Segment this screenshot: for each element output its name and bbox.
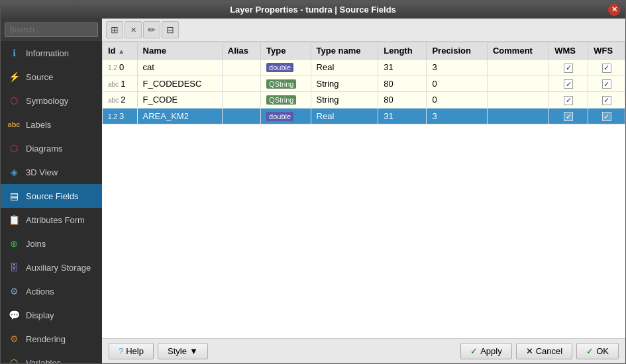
- sidebar-item-labels[interactable]: abc Labels: [1, 113, 102, 136]
- sidebar-item-label: Source: [26, 72, 53, 82]
- sidebar-item-actions[interactable]: ⚙ Actions: [1, 279, 102, 303]
- cell-wfs[interactable]: ✓: [588, 60, 625, 76]
- new-field-button[interactable]: ⊞: [106, 21, 123, 38]
- cancel-x-icon: ✕: [526, 346, 533, 356]
- cell-name: F_CODE: [137, 92, 222, 109]
- col-header-wfs[interactable]: WFS: [588, 42, 625, 60]
- col-header-comment[interactable]: Comment: [487, 42, 548, 60]
- cell-wms[interactable]: ✓: [549, 60, 588, 76]
- close-button[interactable]: ✕: [608, 4, 620, 16]
- grid-icon: ⊟: [166, 24, 174, 35]
- new-field-icon: ⊞: [111, 24, 119, 35]
- cell-alias: [222, 92, 260, 109]
- sidebar-item-label: Auxiliary Storage: [26, 263, 91, 273]
- delete-field-button[interactable]: ✕: [125, 21, 142, 38]
- sidebar-item-rendering[interactable]: ⚙ Rendering: [1, 327, 102, 351]
- style-button[interactable]: Style ▼: [158, 343, 208, 359]
- edit-button[interactable]: ✏: [143, 21, 160, 38]
- wfs-checkbox[interactable]: ✓: [602, 64, 611, 73]
- row-type-icon: 1.2: [108, 113, 117, 120]
- sidebar-item-source[interactable]: ⚡ Source: [1, 65, 102, 89]
- sidebar-item-3d-view[interactable]: ◈ 3D View: [1, 160, 102, 184]
- sidebar-item-source-fields[interactable]: ▤ Source Fields: [1, 184, 102, 208]
- cell-type: QString: [261, 92, 311, 109]
- cell-length: 31: [378, 108, 427, 124]
- table-row[interactable]: 1.20 cat double Real 31 3 ✓ ✓: [103, 60, 625, 76]
- type-badge: double: [266, 112, 293, 121]
- cell-wms[interactable]: ✓: [549, 92, 588, 109]
- wms-checkbox[interactable]: ✓: [564, 64, 573, 73]
- sidebar-item-auxiliary-storage[interactable]: 🗄 Auxiliary Storage: [1, 255, 102, 279]
- cell-alias: [222, 60, 260, 76]
- cell-wfs[interactable]: ✓: [588, 75, 625, 92]
- sidebar-item-label: Rendering: [26, 334, 66, 344]
- help-button[interactable]: ? Help: [109, 343, 154, 359]
- ok-check-icon: ✓: [586, 346, 594, 356]
- table-row[interactable]: abc2 F_CODE QString String 80 0 ✓ ✓: [103, 92, 625, 109]
- bottom-left-buttons: ? Help Style ▼: [109, 343, 208, 359]
- cell-id: 1.23: [103, 108, 138, 124]
- cell-wfs[interactable]: ✓: [588, 92, 625, 109]
- cell-precision: 3: [427, 60, 488, 76]
- col-header-id[interactable]: Id ▲: [103, 42, 138, 60]
- cell-type: double: [261, 60, 311, 76]
- wms-checkbox[interactable]: ✓: [564, 112, 573, 121]
- toolbar: ⊞ ✕ ✏ ⊟: [102, 19, 625, 42]
- labels-icon: abc: [7, 118, 21, 131]
- cancel-button[interactable]: ✕ Cancel: [516, 343, 572, 359]
- apply-button[interactable]: ✓ Apply: [460, 343, 512, 359]
- col-header-length[interactable]: Length: [378, 42, 427, 60]
- source-icon: ⚡: [7, 70, 21, 83]
- title-bar: Layer Properties - tundra | Source Field…: [1, 1, 625, 19]
- grid-button[interactable]: ⊟: [162, 21, 179, 38]
- fields-table-container[interactable]: Id ▲ Name Alias Type Type name Length Pr…: [102, 42, 625, 338]
- apply-check-icon: ✓: [470, 346, 478, 356]
- sidebar-item-symbology[interactable]: ⬡ Symbology: [1, 89, 102, 113]
- col-header-wms[interactable]: WMS: [549, 42, 588, 60]
- cell-type: QString: [261, 75, 311, 92]
- diagrams-icon: ⬡: [7, 142, 21, 155]
- main-window: Layer Properties - tundra | Source Field…: [0, 0, 626, 364]
- window-title: Layer Properties - tundra | Source Field…: [230, 5, 396, 15]
- sidebar-item-attributes-form[interactable]: 📋 Attributes Form: [1, 208, 102, 232]
- cell-precision: 0: [427, 92, 488, 109]
- col-header-name[interactable]: Name: [137, 42, 222, 60]
- display-icon: 💬: [7, 308, 21, 322]
- bottom-bar: ? Help Style ▼ ✓ Apply ✕ Cancel: [102, 338, 625, 363]
- wms-checkbox[interactable]: ✓: [564, 96, 573, 105]
- sidebar-item-display[interactable]: 💬 Display: [1, 303, 102, 327]
- cell-type-name: Real: [311, 108, 378, 124]
- sidebar-search-input[interactable]: [5, 23, 98, 37]
- col-header-type-name[interactable]: Type name: [311, 42, 378, 60]
- sidebar-item-joins[interactable]: ⊕ Joins: [1, 232, 102, 255]
- row-type-icon: abc: [108, 81, 119, 88]
- wms-checkbox[interactable]: ✓: [564, 79, 573, 89]
- cell-name: cat: [137, 60, 222, 76]
- sidebar-item-label: Attributes Form: [26, 215, 85, 225]
- cell-alias: [222, 108, 260, 124]
- ok-button[interactable]: ✓ OK: [576, 343, 619, 359]
- col-header-alias[interactable]: Alias: [222, 42, 260, 60]
- table-row[interactable]: 1.23 AREA_KM2 double Real 31 3 ✓ ✓: [103, 108, 625, 124]
- source-fields-icon: ▤: [7, 189, 21, 203]
- cell-wms[interactable]: ✓: [549, 108, 588, 124]
- sidebar-item-information[interactable]: ℹ Information: [1, 41, 102, 65]
- wfs-checkbox[interactable]: ✓: [602, 112, 611, 121]
- help-icon: ?: [119, 346, 123, 356]
- col-header-type[interactable]: Type: [261, 42, 311, 60]
- cell-wms[interactable]: ✓: [549, 75, 588, 92]
- sidebar-search-container: [1, 19, 102, 41]
- table-row[interactable]: abc1 F_CODEDESC QString String 80 0 ✓ ✓: [103, 75, 625, 92]
- edit-icon: ✏: [148, 24, 156, 35]
- row-type-icon: abc: [108, 97, 119, 104]
- cell-wfs[interactable]: ✓: [588, 108, 625, 124]
- sidebar-item-variables[interactable]: ⬡ Variables: [1, 351, 102, 363]
- sort-arrow-id: ▲: [118, 48, 125, 55]
- wfs-checkbox[interactable]: ✓: [602, 79, 611, 89]
- wfs-checkbox[interactable]: ✓: [602, 96, 611, 105]
- cell-comment: [487, 75, 548, 92]
- symbology-icon: ⬡: [7, 94, 21, 107]
- col-header-precision[interactable]: Precision: [427, 42, 488, 60]
- sidebar-item-diagrams[interactable]: ⬡ Diagrams: [1, 136, 102, 160]
- cell-type-name: String: [311, 92, 378, 109]
